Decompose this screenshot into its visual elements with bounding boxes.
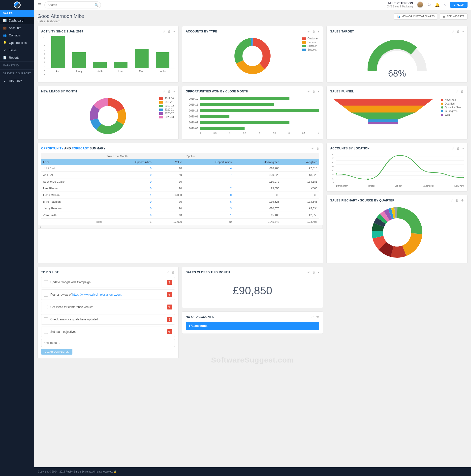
trash-icon[interactable]: 🗑 bbox=[312, 271, 315, 274]
checkbox[interactable] bbox=[44, 330, 48, 334]
card-sales-piechart: SALES PIECHART - SOURCE BY QUARTER ⤢🗑⚙ bbox=[326, 195, 468, 263]
expand-icon[interactable]: ⤢ bbox=[167, 271, 169, 274]
trash-icon[interactable]: 🗑 bbox=[316, 315, 319, 319]
expand-icon[interactable]: ⤢ bbox=[456, 90, 458, 93]
legend-item: 2019-11 bbox=[159, 101, 174, 104]
todo-input[interactable] bbox=[41, 339, 175, 347]
menu-toggle-icon[interactable]: ☰ bbox=[37, 2, 41, 7]
expand-icon[interactable]: ⤢ bbox=[451, 199, 453, 202]
checkbox[interactable] bbox=[44, 280, 48, 284]
delete-icon[interactable]: 🗑 bbox=[167, 292, 172, 297]
todo-item: Post a review of https://www.reallysimpl… bbox=[41, 289, 175, 300]
checkbox[interactable] bbox=[44, 317, 48, 321]
legend-item: 2020-02 bbox=[159, 112, 174, 115]
accounts-icon: 💼 bbox=[3, 26, 6, 30]
nav-section-service[interactable]: SERVICE & SUPPORT bbox=[0, 69, 34, 77]
trash-icon[interactable]: 🗑 bbox=[172, 271, 175, 274]
legend-item: 2019-10 bbox=[159, 97, 174, 100]
line-chart bbox=[336, 153, 464, 183]
chevron-down-icon[interactable]: ▾ bbox=[462, 147, 464, 150]
gauge-value: 68% bbox=[388, 68, 406, 79]
logout-icon[interactable]: ⎋ bbox=[444, 2, 446, 7]
trash-icon[interactable]: 🗑 bbox=[312, 90, 315, 93]
svg-point-9 bbox=[94, 102, 122, 130]
table-row[interactable]: Zara Smith0£01£5,100£2,550 bbox=[41, 212, 319, 219]
chevron-down-icon[interactable]: ▾ bbox=[318, 271, 319, 274]
settings-icon[interactable]: ⚙ bbox=[427, 2, 431, 7]
checkbox[interactable] bbox=[44, 305, 48, 309]
avatar[interactable] bbox=[417, 1, 423, 8]
chevron-down-icon[interactable]: ▾ bbox=[173, 90, 175, 93]
checkbox[interactable] bbox=[44, 293, 48, 297]
gear-icon[interactable]: ⚙ bbox=[461, 199, 464, 202]
expand-icon[interactable]: ⤢ bbox=[311, 147, 314, 150]
nav-item-opportunities[interactable]: 💡Opportunities bbox=[0, 39, 34, 47]
chevron-down-icon[interactable]: ▾ bbox=[462, 30, 464, 33]
card-accounts-type: ACCOUNTS BY TYPE ⤢🗑▾ CustomerProspectSup… bbox=[182, 26, 323, 83]
trash-icon[interactable]: 🗑 bbox=[168, 90, 171, 93]
table-row[interactable]: Mike Peterson0£06£19,325£14,545 bbox=[41, 198, 319, 205]
delete-icon[interactable]: 🗑 bbox=[167, 317, 172, 322]
search-input[interactable] bbox=[44, 1, 101, 8]
card-accounts-location: ACCOUNTS BY LOCATION ⤢🗑▾ 403530252015105… bbox=[326, 143, 468, 192]
delete-icon[interactable]: 🗑 bbox=[167, 329, 172, 334]
user-info[interactable]: MIKE PETERSON XYZ Sales & Marketing bbox=[387, 1, 413, 8]
legend-item: 2020-03 bbox=[159, 116, 174, 118]
help-button[interactable]: ?HELP bbox=[450, 2, 468, 8]
trash-icon[interactable]: 🗑 bbox=[457, 30, 460, 33]
expand-icon[interactable]: ⤢ bbox=[163, 90, 165, 93]
logo[interactable] bbox=[0, 0, 34, 10]
legend-item: New Lead bbox=[441, 99, 461, 101]
table-row[interactable]: Jenny Peterson0£03£20,670£5,334 bbox=[41, 205, 319, 212]
trash-icon[interactable]: 🗑 bbox=[312, 30, 315, 33]
bell-icon[interactable]: 🔔 bbox=[435, 2, 440, 7]
chevron-down-icon[interactable]: ▾ bbox=[173, 30, 175, 33]
nav-item-tasks[interactable]: ✓Tasks bbox=[0, 47, 34, 54]
legend-item: 2019-12 bbox=[159, 105, 174, 107]
scroll-hint[interactable]: ◂ bbox=[38, 225, 323, 229]
expand-icon[interactable]: ⤢ bbox=[307, 90, 310, 93]
delete-icon[interactable]: 🗑 bbox=[167, 280, 172, 285]
table-row[interactable]: Ana Bell0£07£20,225£8,323 bbox=[41, 172, 319, 178]
nav-section-sales[interactable]: SALES bbox=[0, 10, 34, 17]
grid-icon: ▦ bbox=[443, 15, 445, 18]
chevron-down-icon[interactable]: ▾ bbox=[318, 30, 319, 33]
trash-icon[interactable]: 🗑 bbox=[461, 90, 464, 93]
chevron-down-icon[interactable]: ▾ bbox=[318, 90, 319, 93]
expand-icon[interactable]: ⤢ bbox=[452, 30, 454, 33]
add-widgets-button[interactable]: ▦ADD WIDGETS bbox=[440, 13, 468, 20]
table-row[interactable]: Lars Elessar0£02£3,550£860 bbox=[41, 185, 319, 192]
legend-item: Supplier bbox=[302, 45, 318, 47]
legend-item: Customer bbox=[302, 37, 318, 40]
trash-icon[interactable]: 🗑 bbox=[456, 199, 459, 202]
table-row[interactable]: Sophie De Gualle0£07£60,072£34,186 bbox=[41, 178, 319, 185]
svg-point-22 bbox=[431, 172, 433, 173]
expand-icon[interactable]: ⤢ bbox=[307, 30, 310, 33]
expand-icon[interactable]: ⤢ bbox=[307, 271, 310, 274]
tasks-icon: ✓ bbox=[3, 49, 6, 52]
trash-icon[interactable]: 🗑 bbox=[168, 30, 171, 33]
trash-icon[interactable]: 🗑 bbox=[457, 147, 460, 150]
table-row[interactable]: Fiona Mclean1£3,0000£0£0 bbox=[41, 192, 319, 198]
nav-item-dashboard[interactable]: 📊Dashboard bbox=[0, 17, 34, 24]
search-icon[interactable]: 🔍 bbox=[94, 3, 98, 7]
sidebar: SALES 📊Dashboard💼Accounts👥Contacts💡Oppor… bbox=[0, 0, 34, 476]
clear-completed-button[interactable]: CLEAR COMPLETED bbox=[41, 349, 72, 355]
nav-item-accounts[interactable]: 💼Accounts bbox=[0, 24, 34, 32]
nav-history[interactable]: ▸HISTORY bbox=[0, 77, 34, 85]
expand-icon[interactable]: ⤢ bbox=[163, 30, 165, 33]
manage-charts-button[interactable]: 📊MANAGE CUSTOM CHARTS bbox=[394, 13, 438, 20]
svg-point-37 bbox=[377, 213, 417, 252]
trash-icon[interactable]: 🗑 bbox=[316, 147, 319, 150]
nav-item-contacts[interactable]: 👥Contacts bbox=[0, 32, 34, 39]
caret-right-icon: ▸ bbox=[3, 79, 6, 83]
expand-icon[interactable]: ⤢ bbox=[311, 315, 314, 319]
nav-section-marketing[interactable]: MARKETING bbox=[0, 61, 34, 69]
table-row[interactable]: Johti Barti0£04£16,700£7,610 bbox=[41, 165, 319, 172]
todo-item: Get ideas for conference venues🗑 bbox=[41, 302, 175, 312]
expand-icon[interactable]: ⤢ bbox=[452, 147, 454, 150]
legend-item: Qualified bbox=[441, 102, 461, 105]
nav-item-reports[interactable]: 📄Reports bbox=[0, 54, 34, 61]
delete-icon[interactable]: 🗑 bbox=[167, 305, 172, 309]
todo-item: Set team objectives🗑 bbox=[41, 327, 175, 337]
